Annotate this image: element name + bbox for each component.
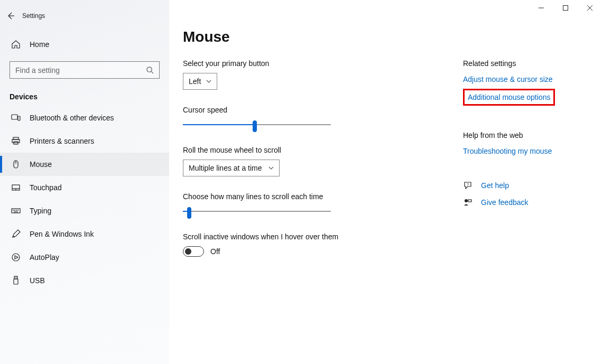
sidebar-item-label: Bluetooth & other devices: [30, 114, 114, 122]
get-help-row[interactable]: ? Get help: [463, 181, 600, 190]
titlebar-left: Settings: [0, 5, 169, 26]
devices-icon: [11, 113, 21, 123]
svg-text:?: ?: [467, 183, 469, 186]
inactive-label: Scroll inactive windows when I hover ove…: [183, 232, 447, 241]
get-help-label: Get help: [481, 181, 509, 190]
svg-rect-18: [14, 276, 17, 279]
chevron-down-icon: [206, 79, 211, 84]
minimize-button[interactable]: [529, 0, 553, 16]
chat-help-icon: ?: [463, 181, 473, 190]
sidebar-item-label: Pen & Windows Ink: [30, 230, 94, 238]
keyboard-icon: [11, 206, 21, 216]
sidebar-item-label: Printers & scanners: [30, 137, 94, 145]
svg-point-0: [147, 67, 152, 72]
minimize-icon: [539, 5, 544, 11]
sidebar-item-printers[interactable]: Printers & scanners: [0, 129, 169, 153]
sidebar-item-typing[interactable]: Typing: [0, 199, 169, 222]
autoplay-icon: [11, 253, 21, 262]
sidebar-home-label: Home: [30, 40, 49, 49]
wheel-scroll-dropdown[interactable]: Multiple lines at a time: [183, 160, 280, 176]
sidebar-item-label: Typing: [30, 207, 51, 215]
link-troubleshoot-mouse[interactable]: Troubleshooting my mouse: [463, 147, 600, 155]
svg-rect-23: [563, 6, 568, 11]
wheel-scroll-label: Roll the mouse wheel to scroll: [183, 146, 447, 154]
svg-rect-4: [12, 139, 20, 143]
sidebar-home[interactable]: Home: [0, 34, 169, 55]
related-column: Related settings Adjust mouse & cursor s…: [463, 59, 600, 273]
primary-button-label: Select your primary button: [183, 59, 447, 68]
arrow-left-icon: [6, 12, 15, 20]
svg-rect-26: [468, 200, 471, 202]
svg-rect-19: [14, 279, 18, 284]
cursor-speed-label: Cursor speed: [183, 106, 447, 114]
primary-button-value: Left: [189, 77, 201, 86]
back-button[interactable]: [0, 5, 21, 26]
sidebar-item-touchpad[interactable]: Touchpad: [0, 176, 169, 199]
main-content: Mouse Select your primary button Left Cu…: [169, 0, 602, 364]
slider-thumb[interactable]: [187, 207, 191, 219]
feedback-icon: [463, 198, 473, 207]
give-feedback-label: Give feedback: [481, 198, 529, 207]
lines-each-label: Choose how many lines to scroll each tim…: [183, 192, 447, 201]
search-input[interactable]: Find a setting: [10, 61, 160, 79]
close-button[interactable]: [578, 0, 602, 16]
inactive-toggle[interactable]: [183, 246, 204, 257]
sidebar-item-label: AutoPlay: [30, 253, 59, 262]
sidebar-item-autoplay[interactable]: AutoPlay: [0, 246, 169, 269]
primary-button-dropdown[interactable]: Left: [183, 73, 217, 90]
sidebar-item-label: USB: [30, 276, 45, 285]
slider-thumb[interactable]: [253, 120, 257, 132]
home-icon: [11, 40, 21, 49]
touchpad-icon: [11, 183, 21, 192]
window-controls: [529, 0, 602, 16]
app-title: Settings: [22, 12, 45, 20]
related-heading: Related settings: [463, 59, 600, 68]
printer-icon: [11, 136, 21, 146]
cursor-speed-slider[interactable]: [183, 119, 331, 130]
sidebar: Settings Home Find a setting Devices Blu…: [0, 0, 169, 364]
pen-icon: [11, 229, 21, 239]
close-icon: [587, 5, 592, 11]
mouse-icon: [11, 160, 21, 169]
sidebar-item-label: Mouse: [30, 160, 52, 169]
sidebar-item-usb[interactable]: USB: [0, 269, 169, 292]
maximize-icon: [563, 5, 568, 11]
lines-each-slider[interactable]: [183, 206, 331, 217]
page-title: Mouse: [183, 29, 602, 45]
link-adjust-mouse-size[interactable]: Adjust mouse & cursor size: [463, 75, 600, 83]
svg-point-25: [465, 199, 468, 202]
settings-column: Select your primary button Left Cursor s…: [183, 59, 447, 273]
nav-category: Devices: [10, 92, 169, 101]
maximize-button[interactable]: [553, 0, 578, 16]
give-feedback-row[interactable]: Give feedback: [463, 198, 600, 207]
search-placeholder: Find a setting: [15, 66, 60, 74]
usb-icon: [11, 276, 21, 285]
svg-rect-11: [12, 209, 20, 213]
sidebar-item-label: Touchpad: [30, 183, 62, 192]
chevron-down-icon: [268, 165, 274, 171]
svg-rect-3: [13, 137, 18, 139]
inactive-state: Off: [210, 247, 220, 256]
webhelp-heading: Help from the web: [463, 131, 600, 139]
sidebar-item-mouse[interactable]: Mouse: [0, 153, 169, 176]
svg-rect-2: [18, 116, 20, 120]
link-additional-mouse-options[interactable]: Additional mouse options: [463, 89, 555, 106]
svg-rect-1: [12, 115, 17, 119]
sidebar-item-bluetooth[interactable]: Bluetooth & other devices: [0, 106, 169, 129]
search-icon: [146, 66, 154, 74]
wheel-scroll-value: Multiple lines at a time: [189, 164, 262, 172]
sidebar-item-pen[interactable]: Pen & Windows Ink: [0, 222, 169, 246]
